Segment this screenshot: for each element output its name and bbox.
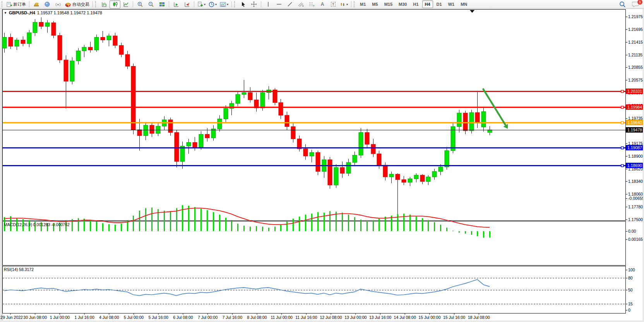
svg-text:30 Jun 08:00: 30 Jun 08:00 <box>23 315 47 320</box>
symbol-dropdown-icon[interactable]: ▼ <box>4 11 7 15</box>
svg-text:1.21135: 1.21135 <box>628 53 642 57</box>
chart-canvas[interactable]: 1.219751.216951.214151.211351.208551.205… <box>0 0 644 322</box>
svg-text:1.17780: 1.17780 <box>628 204 643 209</box>
macd-indicator-label: MACD(12,26,9) 0.001283 -0.000762 <box>4 222 70 227</box>
svg-text:11 Jul 16:00: 11 Jul 16:00 <box>295 315 317 320</box>
svg-text:1.17500: 1.17500 <box>628 217 643 222</box>
svg-text:29 Jun 2022: 29 Jun 2022 <box>0 315 23 320</box>
svg-text:15 Jul 16:00: 15 Jul 16:00 <box>443 315 465 320</box>
svg-text:1.19087: 1.19087 <box>627 145 642 150</box>
svg-text:13 Jul 00:00: 13 Jul 00:00 <box>344 315 367 320</box>
svg-text:80: 80 <box>628 276 633 280</box>
svg-text:1.21415: 1.21415 <box>628 40 643 44</box>
chart-symbol-period: GBPUSD-,H4 <box>9 10 35 15</box>
svg-text:11 Jul 00:00: 11 Jul 00:00 <box>271 315 293 320</box>
svg-text:5 Jul 00:00: 5 Jul 00:00 <box>124 315 144 320</box>
svg-text:1.21695: 1.21695 <box>628 27 643 32</box>
svg-text:8 Jul 08:00: 8 Jul 08:00 <box>247 315 267 320</box>
svg-text:50: 50 <box>628 288 633 292</box>
svg-text:1.18340: 1.18340 <box>628 179 643 184</box>
svg-text:18 Jul 08:00: 18 Jul 08:00 <box>468 315 490 320</box>
svg-text:1.20855: 1.20855 <box>628 65 643 70</box>
svg-text:13 Jul 16:00: 13 Jul 16:00 <box>369 315 391 320</box>
svg-text:1 Jul 16:00: 1 Jul 16:00 <box>74 315 94 320</box>
svg-text:14 Jul 08:00: 14 Jul 08:00 <box>394 315 416 320</box>
svg-text:-0.006559: -0.006559 <box>628 196 644 201</box>
chart-ohlc-values: 1.19537 1.19548 1.19472 1.19478 <box>37 10 102 15</box>
svg-text:1.20331: 1.20331 <box>627 89 642 94</box>
svg-text:12 Jul 08:00: 12 Jul 08:00 <box>320 315 342 320</box>
svg-text:7 Jul 00:00: 7 Jul 00:00 <box>198 315 218 320</box>
svg-text:1.18690: 1.18690 <box>627 163 642 168</box>
panel-frames <box>3 10 626 313</box>
date-axis[interactable]: 29 Jun 202230 Jun 08:001 Jul 00:001 Jul … <box>0 313 490 320</box>
window-bottom-edge <box>0 320 644 322</box>
svg-text:1.18900: 1.18900 <box>628 154 643 158</box>
price-axis[interactable]: 1.219751.216951.214151.211351.208551.205… <box>625 14 643 222</box>
svg-text:1 Jul 00:00: 1 Jul 00:00 <box>50 315 70 320</box>
svg-text:0: 0 <box>628 308 630 312</box>
svg-text:15 Jul 00:00: 15 Jul 00:00 <box>418 315 440 320</box>
svg-text:4 Jul 08:00: 4 Jul 08:00 <box>99 315 119 320</box>
svg-text:1.20575: 1.20575 <box>628 78 643 82</box>
svg-text:1.19640: 1.19640 <box>627 120 642 125</box>
svg-text:1.21975: 1.21975 <box>628 14 643 19</box>
svg-text:7 Jul 16:00: 7 Jul 16:00 <box>223 315 243 320</box>
svg-text:0.001656: 0.001656 <box>628 237 644 242</box>
rsi-indicator-label: RSI(14) 58.3172 <box>4 267 34 272</box>
svg-text:100: 100 <box>628 267 635 272</box>
chart-title: ▼ GBPUSD-,H4 1.19537 1.19548 1.19472 1.1… <box>4 10 102 15</box>
svg-text:15: 15 <box>628 302 633 306</box>
svg-text:6 Jul 08:00: 6 Jul 08:00 <box>173 315 193 320</box>
svg-text:5 Jul 16:00: 5 Jul 16:00 <box>149 315 169 320</box>
svg-text:1.19984: 1.19984 <box>627 105 642 109</box>
svg-text:0.00: 0.00 <box>628 229 636 233</box>
svg-text:1.19478: 1.19478 <box>627 128 642 132</box>
